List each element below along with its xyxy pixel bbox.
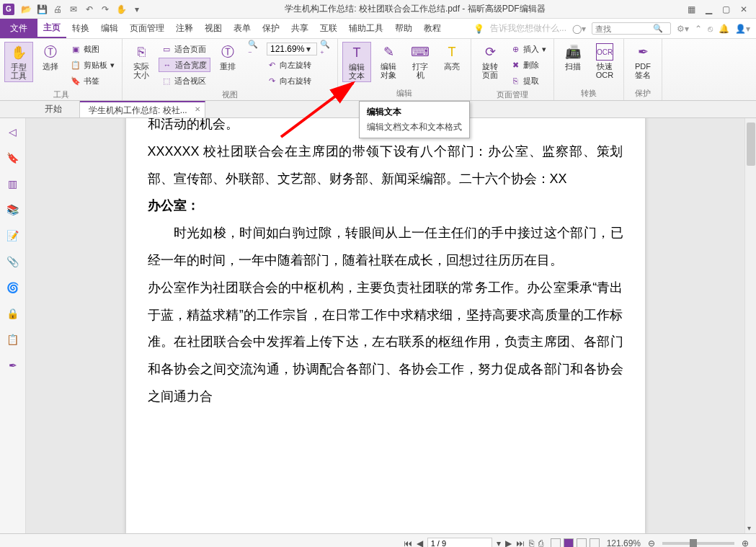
sidebar-pages-icon[interactable]: ▥ (6, 177, 19, 190)
bell-icon[interactable]: 🔔 (719, 24, 729, 34)
account-icon[interactable]: 👤▾ (735, 24, 750, 34)
pdf-page: 和活动的机会。 XXXXXX 校社团联合会在主席团的带领下设有八个部门：办公室、… (126, 118, 645, 533)
sidebar-bookmark-icon[interactable]: 🔖 (6, 151, 19, 164)
tab-help[interactable]: 帮助 (389, 19, 418, 38)
current-doc-label: 学生机构工作总结: 校社... (89, 105, 187, 115)
actual-size-button[interactable]: ⎘ 实际 大小 (127, 42, 156, 81)
search-input[interactable] (595, 25, 653, 33)
fit-visible-button[interactable]: ⬚适合视区 (159, 74, 210, 88)
tab-connect[interactable]: 互联 (314, 19, 343, 38)
sidebar-layers-icon[interactable]: 📚 (6, 203, 19, 216)
save-icon[interactable]: 💾 (36, 4, 48, 15)
scan-button[interactable]: 📠 扫描 (559, 42, 587, 72)
close-tab-icon[interactable]: ✕ (195, 105, 200, 113)
clipboard-button[interactable]: 📋剪贴板▾ (68, 58, 117, 72)
sidebar-stamps-icon[interactable]: ✒ (6, 359, 19, 372)
sidebar-security-icon[interactable]: 🔒 (6, 307, 19, 320)
tell-me-text[interactable]: 告诉我您想做什么... (490, 22, 566, 35)
nav-icon-2[interactable]: ⎙ (538, 538, 543, 548)
first-page-icon[interactable]: ⏮ (404, 538, 412, 548)
search-icon[interactable]: 🔍 (653, 24, 663, 33)
delete-button[interactable]: ✖删除 (507, 58, 549, 72)
print-icon[interactable]: 🖨 (52, 4, 63, 15)
collapse-ribbon-icon[interactable]: ⌃ (695, 24, 702, 34)
tab-accessibility[interactable]: 辅助工具 (343, 19, 389, 38)
insert-button[interactable]: ⊕插入▾ (507, 42, 549, 56)
rotate-page-button[interactable]: ⟳ 旋转 页面 (476, 42, 504, 81)
prev-page-icon[interactable]: ◀ (417, 538, 423, 548)
bookmark-button[interactable]: 🔖书签 (68, 74, 117, 88)
tab-share[interactable]: 共享 (285, 19, 314, 38)
sidebar-forms-icon[interactable]: 📋 (6, 333, 19, 346)
page-input[interactable] (427, 538, 492, 548)
open-icon[interactable]: 📂 (20, 4, 32, 15)
highlight-button[interactable]: T 高亮 (437, 42, 466, 72)
scroll-thumb[interactable] (747, 123, 755, 166)
next-page-icon[interactable]: ▶ (505, 538, 512, 548)
ocr-button[interactable]: OCR 快速 OCR (590, 42, 619, 81)
tab-home[interactable]: 主页 (37, 19, 66, 38)
tab-form[interactable]: 表单 (228, 19, 257, 38)
view-mode-4[interactable] (590, 538, 600, 548)
page-dropdown-icon[interactable]: ▾ (497, 538, 501, 548)
search-box[interactable]: 🔍 (592, 22, 671, 35)
redo-icon[interactable]: ↷ (99, 4, 111, 15)
nav-icon-1[interactable]: ⎘ (529, 538, 534, 548)
sign-button[interactable]: ✒ PDF 签名 (628, 42, 657, 81)
extract-button[interactable]: ⎘提取 (507, 74, 549, 88)
layout-icon[interactable]: ▦ (688, 4, 695, 14)
tab-comment[interactable]: 注释 (170, 19, 199, 38)
sidebar-arrow-icon[interactable]: ◁ (6, 125, 19, 138)
share-icon[interactable]: ⎋ (708, 24, 713, 34)
sidebar-links-icon[interactable]: 🌀 (6, 281, 19, 294)
sidebar-attachments-icon[interactable]: 📎 (6, 255, 19, 268)
minimize-icon[interactable]: ▁ (706, 4, 712, 14)
edit-text-label: 编辑 文本 (349, 63, 365, 80)
close-icon[interactable]: ✕ (740, 4, 747, 14)
zoom-out-status-icon[interactable]: ⊖ (648, 538, 655, 548)
tab-page-mgmt[interactable]: 页面管理 (124, 19, 170, 38)
zoom-value-field[interactable]: ▾ 🔍⁺ (264, 42, 333, 56)
typewriter-button[interactable]: ⌨ 打字 机 (406, 42, 435, 81)
scroll-down-icon[interactable]: ▾ (747, 524, 751, 532)
current-doc-tab[interactable]: 学生机构工作总结: 校社...✕ (80, 101, 205, 117)
hand-quick-icon[interactable]: ✋ (115, 4, 127, 15)
tab-view[interactable]: 视图 (199, 19, 228, 38)
maximize-icon[interactable]: ▢ (722, 4, 730, 14)
tab-protect[interactable]: 保护 (257, 19, 285, 38)
zoom-slider[interactable] (662, 542, 734, 545)
edit-object-button[interactable]: ✎ 编辑 对象 (374, 42, 403, 81)
delete-label: 删除 (523, 60, 539, 71)
reflow-button[interactable]: Ⓣ 重排 (213, 42, 242, 72)
sidebar-comments-icon[interactable]: 📝 (6, 229, 19, 242)
zoom-input[interactable] (270, 44, 306, 54)
page-viewport[interactable]: 和活动的机会。 XXXXXX 校社团联合会在主席团的带领下设有八个部门：办公室、… (26, 118, 744, 533)
edit-text-button[interactable]: T 编辑 文本 (342, 42, 371, 82)
rotate-left-button[interactable]: ↶向左旋转 (264, 58, 333, 72)
zoom-slider-knob[interactable] (690, 539, 697, 548)
last-page-icon[interactable]: ⏭ (516, 538, 525, 548)
tab-edit[interactable]: 编辑 (95, 19, 124, 38)
file-menu[interactable]: 文件 (0, 19, 37, 38)
select-button[interactable]: Ⓣ 选择 (36, 42, 65, 72)
view-mode-2[interactable] (564, 538, 574, 548)
fit-width-button[interactable]: ↔适合宽度 (159, 58, 210, 72)
hand-tool-button[interactable]: ✋ 手型 工具 (4, 42, 33, 82)
view-mode-1[interactable] (551, 538, 561, 548)
undo-icon[interactable]: ↶ (84, 4, 95, 15)
rotate-right-button[interactable]: ↷向右旋转 (264, 74, 333, 88)
zoom-out-button[interactable]: 🔍⁻ (245, 42, 261, 56)
dropdown-icon[interactable]: ◯▾ (572, 24, 586, 34)
zoom-in-icon[interactable]: 🔍⁺ (320, 44, 330, 54)
vertical-scrollbar[interactable]: ▴ ▾ (744, 118, 756, 533)
gear-icon[interactable]: ⚙▾ (677, 24, 689, 34)
snapshot-button[interactable]: ▣截图 (68, 42, 117, 56)
tab-tutorial[interactable]: 教程 (418, 19, 447, 38)
fit-page-button[interactable]: ▭适合页面 (159, 42, 210, 56)
email-icon[interactable]: ✉ (68, 4, 79, 15)
zoom-in-status-icon[interactable]: ⊕ (742, 538, 749, 548)
start-tab[interactable]: 开始 (36, 101, 80, 117)
qat-dropdown-icon[interactable]: ▾ (131, 4, 143, 15)
view-mode-3[interactable] (577, 538, 587, 548)
tab-convert[interactable]: 转换 (66, 19, 95, 38)
